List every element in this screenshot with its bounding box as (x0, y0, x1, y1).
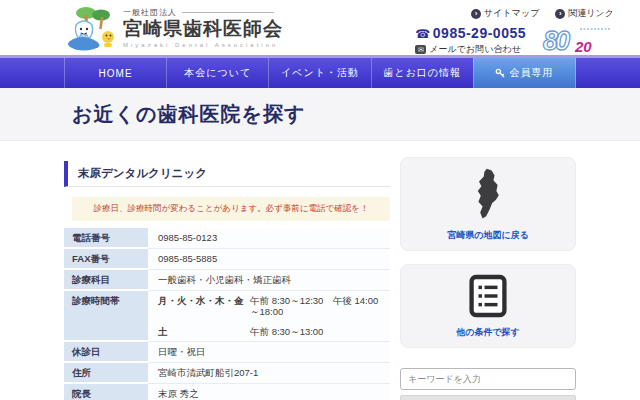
row-label: FAX番号 (64, 248, 148, 269)
phone-number-text: 0985-29-0055 (433, 25, 526, 41)
org-type-rule (182, 12, 274, 13)
page-title-band: お近くの歯科医院を探す (0, 88, 640, 141)
other-conditions-link[interactable]: 他の条件で探す (407, 326, 569, 339)
sitemap-link[interactable]: › サイトマップ (471, 7, 539, 20)
nav-item-oral-info[interactable]: 歯とお口の情報 (371, 58, 473, 88)
clinic-name-heading: 末原デンタルクリニック (64, 161, 390, 187)
header-phone-number[interactable]: ☎0985-29-0055 (415, 25, 526, 41)
nav-items: HOME 本会について イベント・活動 歯とお口の情報 会員専用 (64, 58, 576, 88)
table-row-hours: 診療時間帯 月・火・水・木・金 午前 8:30～12:30 午後 14:00～1… (64, 290, 390, 341)
table-row-departments: 診療科目 一般歯科・小児歯科・矯正歯科 (64, 269, 390, 290)
miyazaki-map-icon (468, 167, 508, 221)
arrow-circle-icon: › (471, 9, 481, 19)
sitemap-link-label: サイトマップ (484, 7, 539, 20)
contact-block: ☎0985-29-0055 ✉メールでお問い合わせ 80 20 (415, 25, 614, 56)
row-label: 住所 (64, 362, 148, 383)
nav-item-members[interactable]: 会員専用 (473, 58, 576, 88)
clinic-details-table: 電話番号 0985-85-0123 FAX番号 0985-85-5885 診療科… (64, 228, 390, 400)
row-value: 0985-85-0123 (148, 228, 390, 248)
arrow-circle-icon: › (555, 9, 565, 19)
row-value: 月・火・水・木・金 午前 8:30～12:30 午後 14:00～18:00 土… (148, 290, 390, 341)
schedule-time: 午前 8:30～13:00 (250, 326, 323, 337)
site-header: 一般社団法人 宮崎県歯科医師会 Miyazaki Dental Associat… (0, 0, 640, 55)
schedule-line: 土 午前 8:30～13:00 (158, 326, 380, 337)
schedule-days: 月・火・水・木・金 (158, 295, 250, 317)
page-title: お近くの歯科医院を探す (72, 101, 305, 128)
row-label: 休診日 (64, 341, 148, 362)
table-row-fax: FAX番号 0985-85-5885 (64, 248, 390, 269)
logo-20-text: 20 (574, 38, 592, 55)
row-label: 診療時間帯 (64, 290, 148, 341)
table-row-phone: 電話番号 0985-85-0123 (64, 228, 390, 248)
nav-item-events[interactable]: イベント・活動 (268, 58, 370, 88)
row-value: 一般歯科・小児歯科・矯正歯科 (148, 269, 390, 290)
nav-item-about[interactable]: 本会について (166, 58, 268, 88)
table-row-address: 住所 宮崎市清武町船引207-1 (64, 362, 390, 383)
nav-members-label: 会員専用 (509, 66, 553, 80)
logo-text: 一般社団法人 宮崎県歯科医師会 Miyazaki Dental Associat… (123, 3, 283, 48)
page-root: 一般社団法人 宮崎県歯科医師会 Miyazaki Dental Associat… (0, 0, 640, 400)
list-icon (469, 274, 507, 318)
row-value: 0985-85-5885 (148, 248, 390, 269)
schedule-line: 月・火・水・木・金 午前 8:30～12:30 午後 14:00～18:00 (158, 295, 380, 317)
org-type-label: 一般社団法人 (123, 7, 177, 18)
clinic-detail-column: 末原デンタルクリニック 診療日、診療時間が変わることがあります。必ず事前に電話で… (64, 141, 390, 400)
mascot-icon (68, 3, 120, 53)
main-content: 末原デンタルクリニック 診療日、診療時間が変わることがあります。必ず事前に電話で… (0, 141, 640, 400)
utility-links: › サイトマップ › 関連リンク (415, 7, 614, 20)
mail-contact-link[interactable]: ✉メールでお問い合わせ (415, 43, 526, 56)
logo-80-text: 80 (543, 26, 570, 55)
mail-icon: ✉ (415, 45, 426, 54)
schedule-time: 午前 8:30～12:30 午後 14:00～18:00 (250, 295, 380, 317)
other-conditions-card[interactable]: 他の条件で探す (400, 264, 576, 348)
logo-8020-icon: 80 20 (542, 25, 614, 55)
row-value: 宮崎市清武町船引207-1 (148, 362, 390, 383)
phone-mail-block: ☎0985-29-0055 ✉メールでお問い合わせ (415, 25, 526, 56)
keyword-input[interactable] (400, 368, 576, 390)
freeword-search-button[interactable]: フリーワード検索 (400, 395, 576, 400)
row-label: 院長 (64, 383, 148, 400)
notice-banner: 診療日、診療時間が変わることがあります。必ず事前に電話で確認を！ (72, 197, 390, 221)
key-icon (495, 68, 505, 78)
back-to-pref-map-link[interactable]: 宮崎県の地図に戻る (407, 229, 569, 242)
site-logo[interactable]: 一般社団法人 宮崎県歯科医師会 Miyazaki Dental Associat… (68, 3, 283, 53)
header-utilities: › サイトマップ › 関連リンク ☎0985-29-0055 ✉メールでお問い合… (415, 7, 614, 56)
nav-item-home[interactable]: HOME (64, 58, 166, 88)
row-value: 日曜・祝日 (148, 341, 390, 362)
mail-contact-label: メールでお問い合わせ (429, 44, 520, 54)
row-value: 末原 秀之 (148, 383, 390, 400)
site-title: 宮崎県歯科医師会 (123, 18, 283, 41)
related-links-label: 関連リンク (568, 7, 614, 20)
table-row-director: 院長 末原 秀之 (64, 383, 390, 400)
sidebar: 宮崎県の地図に戻る 他の条件で探す フリーワード検索 (400, 141, 576, 400)
row-label: 電話番号 (64, 228, 148, 248)
table-row-closed: 休診日 日曜・祝日 (64, 341, 390, 362)
related-links-link[interactable]: › 関連リンク (555, 7, 614, 20)
schedule-days: 土 (158, 326, 250, 337)
pref-map-card[interactable]: 宮崎県の地図に戻る (400, 157, 576, 251)
main-nav: HOME 本会について イベント・活動 歯とお口の情報 会員専用 (0, 55, 640, 88)
row-label: 診療科目 (64, 269, 148, 290)
phone-icon: ☎ (415, 27, 430, 41)
org-type: 一般社団法人 (123, 7, 283, 18)
site-subtitle: Miyazaki Dental Association (123, 42, 283, 48)
